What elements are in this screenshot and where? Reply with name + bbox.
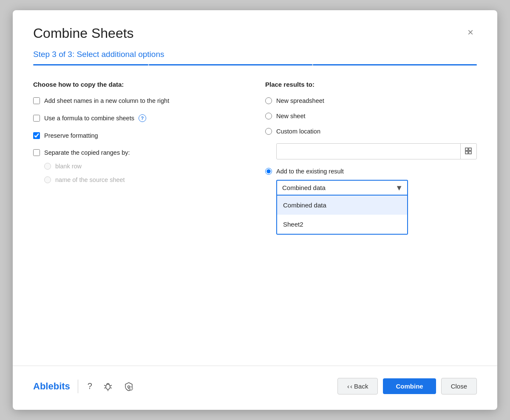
privacy-icon: i (124, 381, 134, 392)
help-icon[interactable]: ? (139, 114, 146, 122)
back-button[interactable]: ‹ ‹ Back (337, 378, 378, 394)
grid-picker-button[interactable] (460, 144, 476, 159)
svg-text:i: i (130, 387, 131, 390)
separate-ranges-row: Separate the copied ranges by: (33, 149, 245, 156)
custom-location-radio[interactable] (265, 128, 272, 135)
custom-location-label[interactable]: Custom location (276, 128, 320, 135)
step-prefix: Step 3 of 3: (33, 50, 74, 59)
place-results-label: Place results to: (265, 81, 477, 88)
dropdown-open-list: Combined data Sheet2 (276, 196, 408, 235)
preserve-formatting-row: Preserve formatting (33, 132, 245, 139)
new-spreadsheet-label[interactable]: New spreadsheet (276, 97, 324, 104)
step-highlight: Select additional options (76, 50, 164, 59)
add-sheet-names-label[interactable]: Add sheet names in a new column to the r… (44, 97, 169, 104)
add-sheet-names-row: Add sheet names in a new column to the r… (33, 97, 245, 104)
footer-right: ‹ ‹ Back Combine Close (337, 378, 477, 394)
dropdown-option-sheet2[interactable]: Sheet2 (277, 215, 407, 234)
existing-result-dropdown-wrapper: Combined data ▼ Combined data Sheet2 (276, 180, 408, 196)
preserve-formatting-label[interactable]: Preserve formatting (44, 132, 98, 139)
close-button[interactable]: Close (441, 378, 477, 394)
svg-line-5 (104, 385, 106, 386)
svg-line-6 (110, 385, 112, 386)
use-formula-label[interactable]: Use a formula to combine sheets (44, 115, 134, 122)
back-chevron-icon: ‹ (347, 383, 349, 390)
combine-sheets-dialog: Combine Sheets × Step 3 of 3: Select add… (13, 10, 497, 410)
dialog-body: Choose how to copy the data: Add sheet n… (13, 65, 497, 352)
source-sheet-radio[interactable] (44, 176, 51, 183)
privacy-policy-button[interactable]: i (122, 380, 136, 393)
dropdown-selected-text: Combined data (282, 184, 326, 191)
svg-rect-2 (465, 151, 468, 154)
footer-divider (78, 380, 78, 393)
custom-location-row: Custom location (265, 128, 477, 135)
dropdown-arrow-icon: ▼ (395, 183, 403, 192)
footer-left: Ablebits ? (33, 380, 136, 393)
new-spreadsheet-row: New spreadsheet (265, 97, 477, 104)
bug-report-button[interactable] (102, 380, 114, 393)
help-question-button[interactable]: ? (86, 380, 94, 393)
svg-point-4 (106, 384, 110, 389)
add-sheet-names-checkbox[interactable] (33, 97, 40, 104)
dropdown-option-combined-data[interactable]: Combined data (277, 196, 407, 215)
combine-button[interactable]: Combine (383, 378, 436, 394)
svg-line-7 (104, 388, 106, 388)
step-bar: Step 3 of 3: Select additional options (13, 41, 497, 65)
preserve-formatting-checkbox[interactable] (33, 132, 40, 139)
new-sheet-label[interactable]: New sheet (276, 113, 306, 119)
left-panel: Choose how to copy the data: Add sheet n… (33, 81, 245, 352)
close-x-button[interactable]: × (464, 26, 477, 39)
brand-text-bits: bits (54, 381, 70, 392)
place-results-group: New spreadsheet New sheet Custom locatio… (265, 97, 477, 135)
use-formula-row: Use a formula to combine sheets ? (33, 114, 245, 122)
existing-result-row: Add to the existing result (265, 168, 477, 175)
dialog-footer: Ablebits ? (13, 366, 497, 410)
sub-options: blank row name of the source sheet (44, 163, 245, 183)
dialog-title: Combine Sheets (33, 26, 134, 41)
blank-row-option: blank row (44, 163, 245, 170)
right-panel: Place results to: New spreadsheet New sh… (265, 81, 477, 352)
source-sheet-option: name of the source sheet (44, 176, 245, 183)
brand-text-able: Able (33, 381, 54, 392)
back-label: ‹ Back (350, 383, 368, 390)
svg-line-8 (110, 388, 112, 388)
grid-icon (465, 147, 473, 156)
custom-location-input-wrapper (276, 143, 477, 159)
separate-ranges-checkbox[interactable] (33, 149, 40, 156)
separate-ranges-label[interactable]: Separate the copied ranges by: (44, 149, 130, 156)
blank-row-radio[interactable] (44, 163, 51, 170)
custom-location-field[interactable] (277, 148, 460, 155)
step-text: Step 3 of 3: Select additional options (33, 50, 477, 59)
brand-logo: Ablebits (33, 381, 70, 392)
bug-icon (103, 382, 113, 391)
new-sheet-row: New sheet (265, 113, 477, 119)
new-spreadsheet-radio[interactable] (265, 97, 272, 104)
blank-row-label[interactable]: blank row (55, 163, 82, 170)
new-sheet-radio[interactable] (265, 113, 272, 119)
svg-rect-0 (465, 148, 468, 150)
dropdown-selected[interactable]: Combined data ▼ (276, 180, 408, 196)
svg-rect-3 (469, 151, 471, 154)
use-formula-checkbox[interactable] (33, 115, 40, 122)
existing-result-label[interactable]: Add to the existing result (276, 168, 344, 175)
source-sheet-label[interactable]: name of the source sheet (55, 176, 125, 183)
existing-result-radio[interactable] (265, 168, 272, 175)
dialog-header: Combine Sheets × (13, 10, 497, 41)
svg-rect-1 (469, 148, 471, 150)
copy-data-label: Choose how to copy the data: (33, 81, 245, 88)
